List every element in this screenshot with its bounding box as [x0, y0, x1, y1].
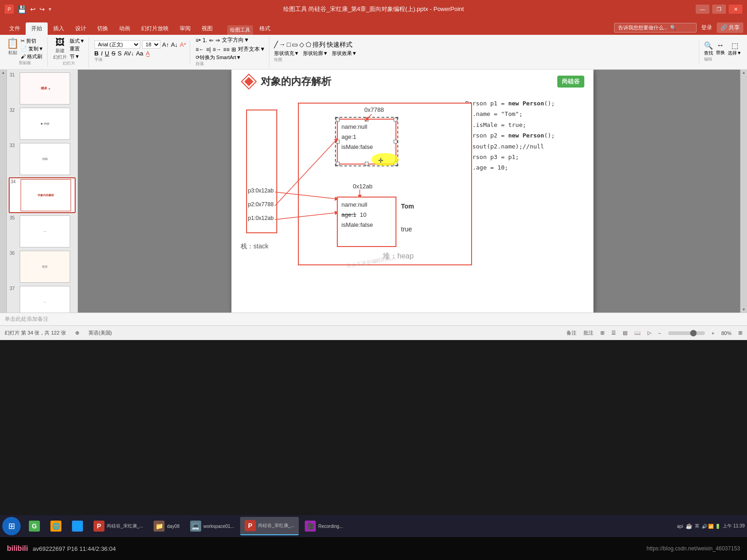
- slide-thumb-35[interactable]: 35 ---: [9, 214, 76, 248]
- text-direction-button[interactable]: 文字方向▼: [222, 36, 249, 44]
- scroll-up-icon[interactable]: ▲: [1, 71, 5, 75]
- slide-thumb-37[interactable]: 37 ---: [9, 285, 76, 313]
- minimize-button[interactable]: —: [696, 5, 709, 14]
- shape-diamond[interactable]: ◇: [299, 41, 304, 49]
- paste-button[interactable]: 📋 粘贴: [6, 38, 19, 60]
- section-button[interactable]: 节▼: [70, 53, 85, 60]
- menu-format[interactable]: 格式: [254, 22, 276, 35]
- select-button[interactable]: ⬚ 选择▼: [728, 41, 742, 56]
- quick-redo[interactable]: ↪: [39, 5, 45, 13]
- align-right-button[interactable]: ≡→: [213, 46, 221, 53]
- scroll-up-arrow[interactable]: ▲: [742, 71, 746, 75]
- zoom-slider[interactable]: [668, 331, 705, 335]
- find-button[interactable]: 🔍 查找: [704, 41, 713, 56]
- slide-thumb-34[interactable]: 34 对象内存解析: [9, 177, 76, 213]
- slide-thumb-33[interactable]: 33 代码: [9, 142, 76, 176]
- handle-tl[interactable]: [336, 118, 340, 121]
- lang-indicator[interactable]: 英: [695, 523, 699, 529]
- bold-button[interactable]: B: [94, 50, 99, 57]
- zoom-handle[interactable]: [690, 330, 697, 336]
- shape-line[interactable]: ╱: [274, 41, 278, 49]
- start-button[interactable]: ⊞: [2, 517, 21, 535]
- menu-slideshow[interactable]: 幻灯片放映: [136, 22, 174, 35]
- menu-review[interactable]: 审阅: [174, 22, 196, 35]
- close-button[interactable]: ✕: [729, 5, 742, 14]
- shape-rounded-rect[interactable]: ▭: [292, 41, 298, 49]
- handle-bm[interactable]: [365, 162, 368, 165]
- font-name-select[interactable]: Arial (正文): [94, 40, 140, 49]
- align-text-button[interactable]: 对齐文本▼: [238, 45, 265, 53]
- copy-button[interactable]: 📄复制▼: [21, 45, 44, 52]
- menu-animation[interactable]: 动画: [114, 22, 136, 35]
- handle-mr[interactable]: [394, 140, 397, 143]
- char-spacing-button[interactable]: AV↓: [124, 50, 134, 57]
- taskbar-ppt2[interactable]: P 尚硅谷_宋红康_...: [240, 517, 299, 535]
- taskbar-browser2[interactable]: 🌐: [67, 517, 88, 535]
- object-box-2[interactable]: name:null age:1 10 isMale:false: [337, 197, 396, 247]
- restore-button[interactable]: ❐: [712, 5, 726, 14]
- zoom-in[interactable]: +: [712, 330, 714, 336]
- object-box-1[interactable]: name:null age:1 isMale:false: [337, 119, 396, 165]
- shape-pentagon[interactable]: ⬠: [306, 41, 311, 49]
- login-button[interactable]: 登录: [701, 24, 712, 32]
- reset-button[interactable]: 重置: [70, 45, 85, 52]
- zoom-out[interactable]: −: [658, 330, 661, 336]
- quick-styles-button[interactable]: 快速样式: [327, 41, 352, 49]
- replace-button[interactable]: ↔ 替换: [716, 41, 725, 56]
- layout-button[interactable]: 版式▼: [70, 38, 85, 44]
- view-outline[interactable]: ☰: [611, 330, 616, 336]
- format-painter-button[interactable]: 🖌格式刷: [21, 53, 44, 60]
- taskbar-day08[interactable]: 📁 day08: [149, 517, 184, 535]
- align-center-button[interactable]: ≡|: [206, 46, 211, 53]
- shape-rect[interactable]: □: [287, 41, 291, 49]
- handle-ml[interactable]: [336, 140, 340, 143]
- view-slideshow[interactable]: ▷: [648, 330, 651, 336]
- cut-button[interactable]: ✂剪切: [21, 38, 44, 44]
- taskbar-browser1[interactable]: 🌐: [46, 517, 66, 535]
- column-button[interactable]: ⊞: [231, 46, 236, 53]
- quick-undo[interactable]: ↩: [30, 5, 36, 13]
- scroll-down-arrow[interactable]: ▼: [742, 307, 746, 312]
- handle-br[interactable]: [394, 162, 397, 165]
- view-slide[interactable]: ▤: [623, 330, 627, 336]
- menu-design[interactable]: 设计: [70, 22, 92, 35]
- font-size-aa-button[interactable]: Aa: [136, 50, 143, 57]
- increase-font-button[interactable]: A↑: [162, 41, 169, 48]
- handle-tr[interactable]: [394, 118, 397, 121]
- menu-insert[interactable]: 插入: [48, 22, 70, 35]
- right-scrollbar[interactable]: ▲ ▼: [740, 70, 747, 313]
- shadow-button[interactable]: S: [118, 50, 122, 57]
- shape-fill-button[interactable]: 形状填充▼: [274, 50, 299, 57]
- comments-button[interactable]: 批注: [583, 329, 593, 336]
- shape-outline-button[interactable]: 形状轮廓▼: [303, 50, 328, 57]
- taskbar-recording[interactable]: 🎥 Recording...: [300, 517, 347, 535]
- notes-button[interactable]: 备注: [566, 329, 577, 336]
- menu-start[interactable]: 开始: [26, 22, 48, 35]
- justify-button[interactable]: ≡≡: [223, 46, 230, 53]
- quick-save[interactable]: 💾: [17, 5, 27, 14]
- menu-view[interactable]: 视图: [196, 22, 218, 35]
- share-button[interactable]: 🔗 共享: [717, 22, 743, 33]
- left-scrollbar[interactable]: ▲: [0, 70, 7, 313]
- strikethrough-button[interactable]: S: [111, 50, 115, 57]
- handle-tm[interactable]: [365, 118, 368, 121]
- quick-pin[interactable]: ▾: [49, 6, 51, 12]
- clear-format-button[interactable]: Aᵃ: [180, 41, 186, 48]
- convert-smartart-button[interactable]: ⟳转换为 SmartArt▼: [196, 54, 265, 61]
- align-left-button[interactable]: ≡←: [196, 46, 204, 53]
- decrease-indent-button[interactable]: ⇐: [209, 37, 214, 44]
- taskbar-google[interactable]: G: [24, 517, 44, 535]
- slide-thumb-36[interactable]: 36 图表: [9, 250, 76, 284]
- search-box[interactable]: 告诉我您想要做什么... 🔍: [614, 23, 697, 33]
- menu-file[interactable]: 文件: [4, 22, 26, 35]
- bullets-button[interactable]: ≡•: [196, 37, 201, 44]
- underline-button[interactable]: U: [105, 50, 109, 57]
- decrease-font-button[interactable]: A↓: [171, 41, 178, 48]
- view-normal[interactable]: ⊞: [600, 330, 604, 336]
- shape-effects-button[interactable]: 形状效果▼: [332, 50, 357, 57]
- taskbar-workspace[interactable]: 💻 workspace01...: [186, 517, 239, 535]
- handle-bl[interactable]: [336, 162, 340, 165]
- taskbar-ppt1[interactable]: P 尚硅谷_宋红康_...: [89, 517, 148, 535]
- numbering-button[interactable]: 1.: [203, 37, 207, 44]
- shape-arrow[interactable]: →: [279, 41, 286, 49]
